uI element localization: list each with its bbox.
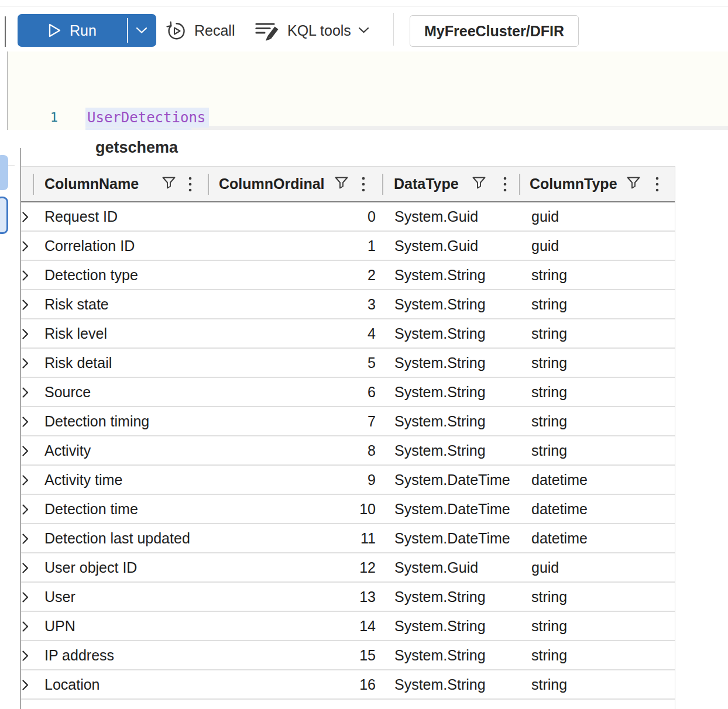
side-tab-selected[interactable] [0,197,8,234]
cell-column-type: string [531,436,567,464]
cell-column-type: string [531,319,567,347]
cell-column-type: string [531,612,567,640]
table-row[interactable]: Source 6 System.String string [21,378,675,407]
cell-column-ordinal: 2 [290,261,376,289]
filter-funnel-icon[interactable] [162,177,176,189]
row-expand-chevron-right-icon[interactable] [22,358,29,369]
column-resize-handle[interactable] [33,174,34,195]
table-row[interactable]: Detection time 10 System.DateTime dateti… [21,495,675,524]
cell-column-ordinal: 1 [290,232,376,260]
row-expand-chevron-right-icon[interactable] [22,446,29,456]
table-row[interactable]: Risk state 3 System.String string [21,290,675,319]
result-tab-title[interactable]: getschema [95,130,178,166]
table-row[interactable]: Location 16 System.String string [21,670,675,700]
table-row[interactable]: Activity time 9 System.DateTime datetime [21,466,675,495]
cell-column-name: Request ID [44,202,118,230]
row-expand-chevron-right-icon[interactable] [22,329,29,339]
table-row[interactable]: Correlation ID 1 System.Guid guid [21,232,675,261]
row-expand-chevron-right-icon[interactable] [22,300,29,310]
cell-column-ordinal: 9 [290,466,376,494]
table-row[interactable]: IP address 15 System.String string [21,641,675,670]
cell-column-name: IP address [44,641,114,669]
play-icon [48,23,61,37]
table-row[interactable]: UPN 14 System.String string [21,612,675,641]
row-expand-chevron-right-icon[interactable] [22,212,29,222]
row-expand-chevron-right-icon[interactable] [22,241,29,252]
table-row[interactable]: Request ID 0 System.Guid guid [21,202,675,232]
row-expand-chevron-right-icon[interactable] [22,387,29,398]
row-expand-chevron-right-icon[interactable] [22,621,29,632]
cell-column-name: Source [44,378,91,406]
run-button[interactable]: Run [18,14,156,47]
cell-data-type: System.String [394,641,486,669]
kql-tools-button[interactable]: KQL tools [255,14,369,47]
row-expand-chevron-right-icon[interactable] [22,504,29,515]
column-resize-handle[interactable] [208,174,209,195]
column-header-label[interactable]: ColumnName [44,167,139,201]
run-button-label: Run [70,22,97,39]
pane-splitter[interactable] [5,16,6,47]
query-editor[interactable]: 1 2 UserDetections | getschema [7,51,728,130]
row-expand-chevron-right-icon[interactable] [22,680,29,690]
row-expand-chevron-right-icon[interactable] [22,651,29,661]
cell-column-type: guid [531,232,559,260]
recall-button[interactable]: Recall [166,14,235,47]
cell-column-type: string [531,349,567,377]
column-header-label[interactable]: ColumnType [530,167,617,201]
row-expand-chevron-right-icon[interactable] [22,534,29,544]
column-header-label[interactable]: ColumnOrdinal [219,167,325,201]
recall-button-label: Recall [194,22,235,39]
kebab-menu-icon[interactable] [503,177,507,192]
row-expand-chevron-right-icon[interactable] [22,270,29,281]
table-row[interactable]: Detection type 2 System.String string [21,261,675,290]
cell-column-name: Activity [44,436,91,464]
cell-column-ordinal: 10 [290,495,376,523]
table-row[interactable]: Detection timing 7 System.String string [21,407,675,436]
kql-tools-label: KQL tools [287,22,351,39]
cell-column-name: Activity time [44,466,122,494]
cell-column-type: string [531,378,567,406]
row-expand-chevron-right-icon[interactable] [22,417,29,427]
cell-column-type: datetime [531,495,588,523]
run-button-main[interactable]: Run [18,14,127,47]
column-header-label[interactable]: DataType [394,167,459,201]
side-tab[interactable] [0,155,8,190]
table-row[interactable]: Activity 8 System.String string [21,436,675,466]
table-row[interactable]: Detection last updated 11 System.DateTim… [21,524,675,553]
code-line-1[interactable]: UserDetections [87,107,205,128]
cell-column-type: string [531,641,567,669]
table-row[interactable]: Risk detail 5 System.String string [21,349,675,378]
column-resize-handle[interactable] [382,174,383,195]
row-expand-chevron-right-icon[interactable] [22,475,29,486]
kebab-menu-icon[interactable] [188,177,192,192]
cell-column-type: datetime [531,524,588,552]
filter-funnel-icon[interactable] [472,177,486,189]
cell-data-type: System.DateTime [394,495,510,523]
cell-column-ordinal: 6 [290,378,376,406]
cell-data-type: System.Guid [394,232,478,260]
row-expand-chevron-right-icon[interactable] [22,563,29,573]
row-expand-chevron-right-icon[interactable] [22,592,29,603]
cell-column-name: Risk level [44,319,107,347]
cell-column-name: Correlation ID [44,232,135,260]
grid-right-border [675,166,675,709]
cell-column-name: Detection timing [44,407,149,435]
column-resize-handle[interactable] [519,174,520,195]
table-row[interactable]: User object ID 12 System.Guid guid [21,553,675,583]
kebab-menu-icon[interactable] [655,177,659,192]
cell-column-ordinal: 0 [290,202,376,230]
table-row[interactable]: User 13 System.String string [21,583,675,612]
cell-column-ordinal: 14 [290,612,376,640]
table-row[interactable]: Risk level 4 System.String string [21,319,675,349]
kebab-menu-icon[interactable] [362,177,365,192]
cell-column-ordinal: 15 [290,641,376,669]
table-name-token: UserDetections [87,109,205,126]
cell-data-type: System.String [394,407,486,435]
filter-funnel-icon[interactable] [627,177,640,189]
filter-funnel-icon[interactable] [335,177,348,189]
run-dropdown[interactable] [127,14,156,47]
cell-column-name: User object ID [44,553,137,581]
cluster-database-selector[interactable]: MyFreeCluster/DFIR [410,15,579,47]
cell-column-type: string [531,290,567,318]
cell-column-name: User [44,583,75,611]
